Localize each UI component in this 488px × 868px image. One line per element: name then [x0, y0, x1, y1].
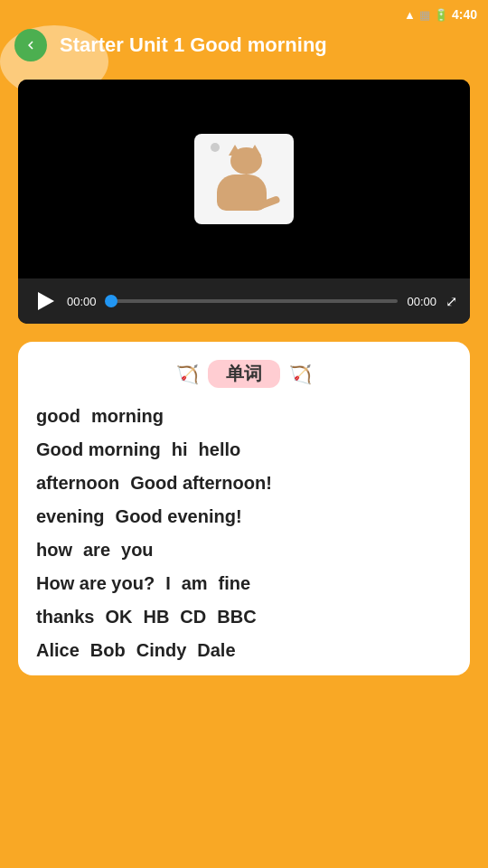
- vocab-word[interactable]: I: [165, 573, 171, 594]
- vocab-word[interactable]: CD: [180, 607, 206, 627]
- vocab-word[interactable]: you: [121, 540, 154, 561]
- signal-icon: ▦: [419, 8, 430, 22]
- vocab-word[interactable]: hello: [199, 439, 241, 460]
- vocab-word[interactable]: am: [182, 573, 208, 594]
- progress-bar[interactable]: [106, 299, 399, 303]
- vocab-row: how are you: [36, 540, 452, 561]
- vocab-row: Good morning hi hello: [36, 439, 452, 460]
- wifi-icon: ▲: [404, 8, 416, 22]
- vocab-word[interactable]: Alice: [36, 640, 80, 661]
- vocab-row: How are you? I am fine: [36, 573, 452, 594]
- vocab-word[interactable]: fine: [219, 573, 251, 594]
- vocab-word[interactable]: Dale: [197, 640, 235, 661]
- back-icon: [23, 37, 39, 53]
- vocab-row: good morning: [36, 406, 452, 427]
- vocab-word[interactable]: Good evening!: [116, 506, 242, 527]
- current-time: 00:00: [67, 295, 97, 308]
- back-button[interactable]: [14, 29, 47, 61]
- status-icons: ▲ ▦ 🔋 4:40: [404, 7, 477, 22]
- vocab-row: evening Good evening!: [36, 506, 452, 527]
- vocab-header: 🏹 单词 🏹: [36, 360, 452, 388]
- play-icon: [38, 292, 54, 310]
- player-controls: 00:00 00:00 ⤢: [18, 278, 470, 324]
- fullscreen-button[interactable]: ⤢: [446, 293, 457, 310]
- video-player: 00:00 00:00 ⤢: [18, 80, 470, 324]
- video-thumbnail: [194, 134, 294, 224]
- vocab-row: thanks OK HB CD BBC: [36, 607, 452, 627]
- vocab-word[interactable]: Good morning: [36, 439, 161, 460]
- vocab-word[interactable]: how: [36, 540, 72, 561]
- vocab-word-thanks[interactable]: thanks: [36, 607, 94, 627]
- vocab-word[interactable]: evening: [36, 506, 105, 527]
- vocab-word[interactable]: are: [83, 540, 110, 561]
- vocab-word[interactable]: HB: [143, 607, 169, 627]
- play-button[interactable]: [31, 288, 58, 315]
- fullscreen-icon: ⤢: [446, 293, 457, 310]
- video-area[interactable]: [18, 80, 470, 278]
- vocab-word[interactable]: How are you?: [36, 573, 155, 594]
- vocab-word[interactable]: OK: [105, 607, 132, 627]
- page-title: Starter Unit 1 Good morning: [60, 33, 474, 57]
- vocab-word[interactable]: Cindy: [136, 640, 187, 661]
- cat-illustration: [203, 143, 285, 215]
- status-bar: ▲ ▦ 🔋 4:40: [0, 0, 488, 29]
- vocab-card: 🏹 单词 🏹 good morning Good morning hi hell…: [18, 342, 470, 675]
- vocab-word[interactable]: Good afternoon!: [130, 473, 272, 494]
- battery-icon: 🔋: [434, 8, 448, 22]
- header: Starter Unit 1 Good morning: [0, 29, 488, 71]
- vocab-row: Alice Bob Cindy Dale: [36, 640, 452, 661]
- status-time: 4:40: [452, 7, 477, 22]
- vocab-grid: good morning Good morning hi hello after…: [36, 406, 452, 661]
- progress-dot: [105, 295, 117, 307]
- vocab-word[interactable]: good: [36, 406, 80, 427]
- left-arrow-decoration: 🏹: [176, 363, 199, 385]
- vocab-word[interactable]: afternoon: [36, 473, 119, 494]
- vocab-section-title: 单词: [208, 360, 280, 388]
- vocab-word[interactable]: Bob: [90, 640, 126, 661]
- vocab-row: afternoon Good afternoon!: [36, 473, 452, 494]
- right-arrow-decoration: 🏹: [289, 363, 312, 385]
- vocab-word[interactable]: hi: [172, 439, 188, 460]
- vocab-word[interactable]: BBC: [217, 607, 256, 627]
- vocab-word[interactable]: morning: [91, 406, 164, 427]
- total-time: 00:00: [407, 295, 436, 308]
